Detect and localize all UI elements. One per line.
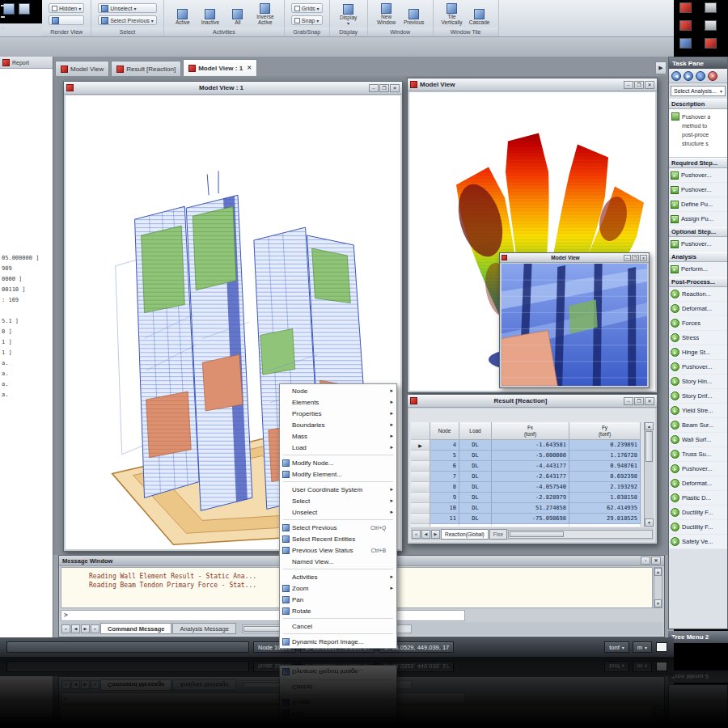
ribbon-button[interactable]: Select Previous▾ [98,15,157,25]
desktop-icon[interactable] [19,3,30,15]
task-pane-item[interactable]: ▸Hinge St... [669,345,727,360]
horizontal-scrollbar[interactable] [508,530,653,539]
menu-item[interactable]: Cancel [281,620,396,632]
desktop-icon[interactable] [3,3,15,15]
menu-item[interactable]: Mass▸ [281,430,396,442]
scroll-down-icon[interactable]: ▼ [654,599,662,607]
window-titlebar[interactable]: Model View – ❐ ✕ [408,78,657,91]
task-pane-item[interactable]: ▸Define Pu... [669,197,727,212]
task-pane-item[interactable]: ▸Pushover... [669,168,727,183]
sheet-tab[interactable]: Fixe [489,529,507,540]
table-row[interactable]: 9DL-2.8289791.038158 [411,493,644,503]
table-row[interactable]: 10DL51.27485862.414935 [411,503,644,514]
task-pane-section-header[interactable]: Optional Step... [669,226,727,237]
menu-item[interactable]: Select PreviousCtrl+Q [281,522,396,533]
msg-prev-icon[interactable]: ◀ [71,624,80,633]
menu-item[interactable]: Properties▸ [281,408,396,419]
inset-view-canvas[interactable] [502,264,647,386]
forward-icon[interactable]: ▶ [684,71,693,81]
msg-first-icon[interactable]: « [61,624,70,633]
desktop-icon[interactable] [705,38,717,49]
menu-item[interactable]: Activities▸ [281,571,396,582]
column-header[interactable]: Fx(tonf) [492,422,569,440]
task-pane-item[interactable]: ▸Ductility F... [669,520,727,535]
task-pane-section-header[interactable]: Post-Process... [669,277,727,287]
pin-icon[interactable]: ▫ [641,557,650,565]
table-row[interactable]: 8DL-4.0575402.193292 [411,482,644,493]
window-titlebar[interactable]: Model View – ❐ ✕ [500,253,649,263]
close-icon[interactable]: ✕ [651,557,661,565]
task-pane-item[interactable]: ▸Deformat... [669,302,727,316]
msg-last-icon[interactable]: » [91,624,99,633]
task-pane-item[interactable]: ▸Wall Surf... [669,433,727,447]
desktop-icon[interactable] [679,20,692,31]
desktop-icon[interactable] [679,38,692,49]
sheet-next-icon[interactable]: ▶ [431,530,440,539]
restore-icon[interactable]: ❐ [379,84,389,92]
back-icon[interactable]: ◀ [671,71,681,81]
task-pane-item[interactable]: ▸Yield Stre... [669,404,727,418]
task-pane-item[interactable]: ▸Pushover... [669,237,727,252]
ribbon-button[interactable]: Cascade [468,2,492,27]
menu-item[interactable]: Select▸ [281,495,396,506]
table-row[interactable]: 6DL-4.4431770.948761 [411,461,644,472]
column-header[interactable]: Fy(tonf) [569,422,641,440]
task-pane-item[interactable]: ▸Ductility F... [669,506,727,520]
task-pane-section-header[interactable]: Description [669,99,727,109]
tab-scroll-right-icon[interactable]: ▶ [655,61,667,74]
row-header-cell[interactable]: ▶ [411,440,430,451]
close-icon[interactable]: ✕ [645,81,654,89]
menu-item[interactable]: Unselect▸ [281,506,396,518]
scroll-up-icon[interactable]: ▲ [654,568,662,576]
document-tab[interactable]: Model View : 1✕ [183,59,257,76]
home-icon[interactable]: ⌂ [696,71,705,81]
minimize-icon[interactable]: – [369,84,379,92]
task-pane-item[interactable]: ▸Pushover... [669,360,727,375]
task-pane-section-header[interactable]: Analysis [669,252,727,262]
document-tab[interactable]: Model View [55,61,109,76]
task-pane-item[interactable]: ▸Assign Pu... [669,212,727,226]
row-header-cell[interactable] [411,493,430,503]
menu-item[interactable]: Select Recent Entities [281,533,396,544]
message-tab[interactable]: Command Message [100,623,171,634]
row-header-cell[interactable] [411,514,430,524]
menu-item[interactable]: Named View... [281,556,396,567]
message-tab[interactable]: Analysis Message [172,623,235,634]
row-header-cell[interactable] [411,451,430,461]
task-pane-titlebar[interactable]: Task Pane [669,57,727,69]
ribbon-button[interactable]: Tile Vertically [440,2,464,27]
menu-item[interactable]: Node▸ [281,385,396,396]
task-pane-item[interactable]: ▸Story Hin... [669,375,727,389]
sheet-prev-icon[interactable]: ◀ [421,530,430,539]
task-pane-item[interactable]: ▸Beam Sur... [669,418,727,433]
menu-item[interactable]: Rotate [281,605,396,616]
menu-item[interactable]: Modify Element... [281,468,396,480]
ribbon-button[interactable]: Hidden▾ [49,3,84,13]
close-icon[interactable]: ✕ [247,65,252,71]
task-pane-item[interactable]: ▸Stress [669,331,727,345]
minimize-icon[interactable]: – [624,81,633,89]
ribbon-button[interactable]: Previous [402,2,426,27]
vertical-scrollbar[interactable]: ▲ ▼ [654,567,662,608]
desktop-icon[interactable] [705,20,717,31]
task-pane-item[interactable]: ▸Forces [669,316,727,331]
ribbon-button[interactable]: Snap▾ [291,15,323,25]
table-row[interactable]: 5DL-5.0000001.176728 [411,451,644,461]
ribbon-button[interactable]: New Window [375,2,399,27]
restore-icon[interactable]: ❐ [634,81,644,89]
table-row[interactable]: ▶4DL-1.6435810.239891 [411,440,644,451]
scroll-up-icon[interactable]: ▲ [645,422,654,430]
close-icon[interactable]: ✕ [390,84,400,92]
restore-icon[interactable]: ❐ [634,397,644,405]
scrollbar-thumb[interactable] [645,431,653,462]
minimize-icon[interactable]: – [624,397,633,405]
task-pane-item[interactable]: ▸Story Drif... [669,389,727,404]
restore-icon[interactable]: ❐ [632,255,639,261]
menu-item[interactable]: Boundaries▸ [281,419,396,430]
ribbon-button[interactable]: Inverse Active [253,2,277,27]
task-pane-section-header[interactable]: Required Step... [669,158,727,168]
desktop-icon[interactable] [679,2,692,13]
ribbon-button[interactable]: Active [171,2,195,27]
left-panel-tab-label[interactable]: Report [12,60,29,66]
command-input[interactable]: > [61,610,465,621]
